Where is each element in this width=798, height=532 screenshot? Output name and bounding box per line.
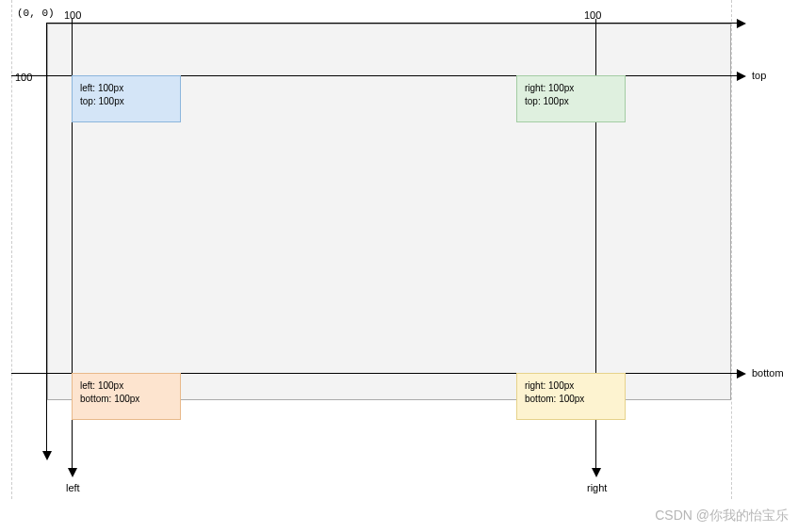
box-text-line: right: 100px: [525, 379, 617, 393]
box-text-line: left: 100px: [80, 379, 172, 393]
y-axis-line: [46, 23, 47, 452]
watermark-text: CSDN @你我的怡宝乐: [655, 508, 789, 524]
axis-label-right: right: [587, 482, 607, 493]
tick-label-top-left: 100: [64, 9, 81, 21]
origin-label: (0, 0): [17, 8, 55, 19]
box-text-line: bottom: 100px: [80, 393, 172, 406]
left-guide-arrowhead-icon: [68, 468, 77, 477]
right-guide-arrowhead-icon: [592, 468, 601, 477]
x-axis-arrowhead-icon: [737, 19, 746, 28]
top-guide-arrowhead-icon: [737, 72, 746, 81]
box-text-line: right: 100px: [525, 82, 617, 95]
box-text-line: left: 100px: [80, 82, 172, 95]
x-axis-line: [46, 23, 738, 24]
axis-label-top: top: [752, 70, 766, 81]
box-top-right: right: 100px top: 100px: [516, 75, 626, 122]
box-text-line: bottom: 100px: [525, 393, 617, 406]
axis-label-bottom: bottom: [752, 367, 784, 379]
tick-label-top-right: 100: [584, 9, 601, 21]
box-top-left: left: 100px top: 100px: [72, 75, 181, 122]
box-text-line: top: 100px: [525, 95, 617, 108]
box-bottom-left: left: 100px bottom: 100px: [72, 373, 181, 420]
tick-label-left-side: 100: [15, 72, 32, 83]
box-bottom-right: right: 100px bottom: 100px: [516, 373, 626, 420]
axis-label-left: left: [66, 482, 80, 493]
y-axis-arrowhead-icon: [42, 451, 52, 460]
bottom-guide-arrowhead-icon: [737, 369, 746, 379]
box-text-line: top: 100px: [80, 95, 172, 108]
